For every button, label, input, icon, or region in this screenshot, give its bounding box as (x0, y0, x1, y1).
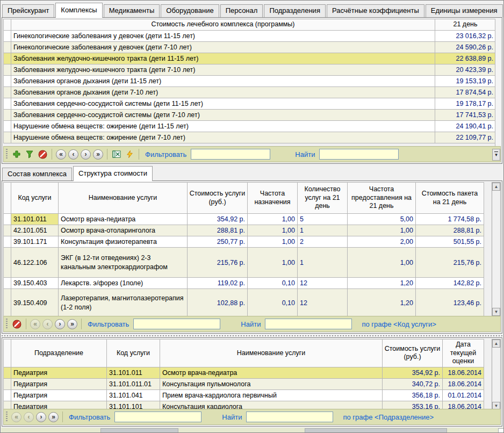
lightning-icon (126, 150, 134, 158)
table-row[interactable]: Нарушение обмена веществ: ожирение (дети… (4, 132, 496, 143)
table-row[interactable]: 39.150.403 Лекарств. э/форез (1поле) 119… (4, 278, 484, 289)
scroll-up-button[interactable]: ▲ (492, 340, 500, 348)
bottom-tab-stub[interactable] (305, 428, 447, 432)
table-row[interactable]: 42.101.051 Осмотр врача-отоларинголога 2… (4, 225, 484, 236)
nav-prev-button[interactable]: ‹ (24, 412, 34, 422)
search-column-label[interactable]: по графе <Код услуги> (362, 320, 436, 328)
nav-first-button[interactable]: « (56, 149, 66, 160)
vertical-scrollbar[interactable]: ▲ ▼ (492, 182, 501, 316)
table-row[interactable]: Заболевания желудочно-кишечного тракта (… (4, 64, 496, 76)
filter-input[interactable] (191, 149, 270, 160)
tab-podrazdeleniya[interactable]: Подразделения (264, 4, 326, 17)
find-input[interactable] (246, 412, 333, 422)
complex-table-header: Стоимость лечебного комплекса (программы… (4, 19, 496, 31)
tab-preiskurant[interactable]: Прейскурант (2, 4, 54, 17)
table-row[interactable]: 39.150.409 Лазеротерапия, магнитолазерот… (4, 289, 484, 317)
table-row[interactable]: 39.101.171 Консультация физиотерапевта 2… (4, 236, 484, 248)
search-column-label[interactable]: по графе <Подразделение> (343, 413, 434, 421)
table-row-selected[interactable]: Педиатрия 31.101.011 Осмотр врача-педиат… (4, 367, 484, 378)
table-row[interactable]: Педиатрия 31.101.041 Прием врача-кардиол… (4, 389, 484, 401)
column-header[interactable]: Частота предоставления на 21 день (348, 183, 416, 214)
toolbar-grip[interactable] (6, 412, 8, 422)
column-header[interactable]: Наименование услуги (59, 183, 188, 214)
cancel-button[interactable] (37, 149, 48, 160)
column-header[interactable]: Стоимость услуги (руб.) (188, 183, 248, 214)
column-header[interactable]: Частота назначения (248, 183, 298, 214)
tab-sostav-kompleksa[interactable]: Состав комплекса (2, 168, 72, 181)
column-header[interactable]: Стоимость услуги (руб.) (383, 340, 443, 367)
structure-table-header: Код услуги Наименование услуги Стоимость… (4, 183, 484, 214)
filter-input[interactable] (133, 319, 220, 329)
toolbar-grip[interactable] (6, 319, 8, 329)
nav-next-button[interactable]: › (55, 319, 65, 329)
filter-input[interactable] (114, 412, 201, 422)
nav-last-button[interactable]: » (48, 412, 59, 422)
nav-next-button[interactable]: › (36, 412, 46, 422)
table-row[interactable]: Педиатрия 31.101.011.01 Консультация пул… (4, 378, 484, 389)
horizontal-splitter[interactable] (2, 334, 502, 337)
column-header[interactable]: Код услуги (107, 340, 160, 367)
filter-label: Фильтровать (145, 150, 186, 158)
nav-next-button[interactable]: › (81, 149, 91, 160)
nav-prev-button[interactable]: ‹ (68, 149, 78, 160)
toolbar-separator (26, 319, 26, 329)
table-row[interactable]: 31.101.011 Осмотр врача-педиатра 354,92 … (4, 214, 484, 225)
app-window: Прейскурант Комплексы Медикаменты Оборуд… (0, 0, 504, 433)
scroll-up-button[interactable]: ▲ (492, 183, 500, 191)
table-row[interactable]: Нарушение обмена веществ: ожирение (дети… (4, 121, 496, 132)
table-row[interactable]: Гинекологические заболевания у девочек (… (4, 42, 496, 53)
tab-raschetnye-koefficienty[interactable]: Расчётные коэффициенты (327, 4, 424, 17)
tab-edinicy-izmereniya[interactable]: Единицы измерения (426, 4, 503, 17)
cancel-button[interactable] (11, 319, 22, 329)
filter-label: Фильтровать (69, 413, 110, 421)
refresh-button[interactable] (124, 149, 135, 160)
column-header[interactable]: Код услуги (11, 183, 59, 214)
table-row-selected[interactable]: Заболевания желудочно-кишечного тракта (… (4, 53, 496, 64)
bottom-tab-stub[interactable] (100, 428, 178, 432)
structure-toolbar: « ‹ › » Фильтровать Найти по графе <Код … (3, 316, 501, 332)
table-row[interactable]: Заболевания сердечно-сосудистой системы … (4, 110, 496, 121)
tab-medikamenty[interactable]: Медикаменты (104, 4, 160, 17)
vertical-scrollbar[interactable] (495, 19, 501, 148)
column-header[interactable]: Подразделение (11, 340, 107, 367)
find-input[interactable] (265, 319, 352, 329)
tab-komplexy[interactable]: Комплексы (55, 3, 102, 18)
add-button[interactable] (11, 149, 22, 160)
column-header[interactable]: Количество услуг на 21 день (298, 183, 348, 214)
excel-export-button[interactable] (111, 149, 122, 160)
tab-struktura-stoimosti[interactable]: Структура стоимости (73, 166, 153, 181)
sub-tab-bar: Состав комплекса Структура стоимости (2, 165, 154, 181)
vertical-scrollbar[interactable]: ▲ ▼ (492, 339, 501, 410)
services-table: Подразделение Код услуги Наименование ус… (3, 339, 484, 413)
bottom-tab-stub[interactable] (498, 428, 504, 432)
row-selector-header (4, 19, 11, 31)
toolbar-grip[interactable] (6, 149, 8, 160)
column-header[interactable]: Дата текущей оценки (443, 340, 484, 367)
table-row[interactable]: 46.122.106 ЭКГ (в 12-ти отведениях) 2-3 … (4, 248, 484, 278)
filter-icon (25, 150, 34, 158)
tab-personal[interactable]: Персонал (220, 4, 263, 17)
bottom-strip (1, 428, 503, 432)
nav-last-button[interactable]: » (67, 319, 77, 329)
column-header[interactable]: Наименование услуги (160, 340, 383, 367)
table-row[interactable]: Заболевания органов дыхания (дети 7-10 л… (4, 87, 496, 98)
nav-prev-button[interactable]: ‹ (42, 319, 53, 329)
main-tab-bar: Прейскурант Комплексы Медикаменты Оборуд… (2, 2, 504, 17)
tab-oborudovanie[interactable]: Оборудование (161, 4, 219, 17)
table-row[interactable]: Заболевания сердечно-сосудистой системы … (4, 98, 496, 110)
column-header[interactable]: Стоимость пакета на 21 день (416, 183, 484, 214)
table-row[interactable]: Гинекологические заболевания у девочек (… (4, 31, 496, 42)
scroll-down-button[interactable]: ▼ (492, 308, 500, 316)
table-row[interactable]: Заболевания органов дыхания (дети 11-15 … (4, 76, 496, 87)
nav-last-button[interactable]: » (93, 149, 103, 160)
filter-button[interactable] (24, 149, 35, 160)
find-input[interactable] (319, 149, 399, 160)
row-selector-header (4, 340, 11, 367)
excel-export-icon (112, 150, 121, 158)
toolbar-separator (107, 149, 107, 160)
services-toolbar: « ‹ › » Фильтровать Найти по графе <Подр… (3, 409, 501, 425)
nav-first-button[interactable]: « (30, 319, 40, 329)
nav-first-button[interactable]: « (11, 412, 21, 422)
toolbar-overflow-button[interactable]: ▾ (492, 149, 500, 161)
complex-table-period-header: 21 день (435, 19, 496, 31)
